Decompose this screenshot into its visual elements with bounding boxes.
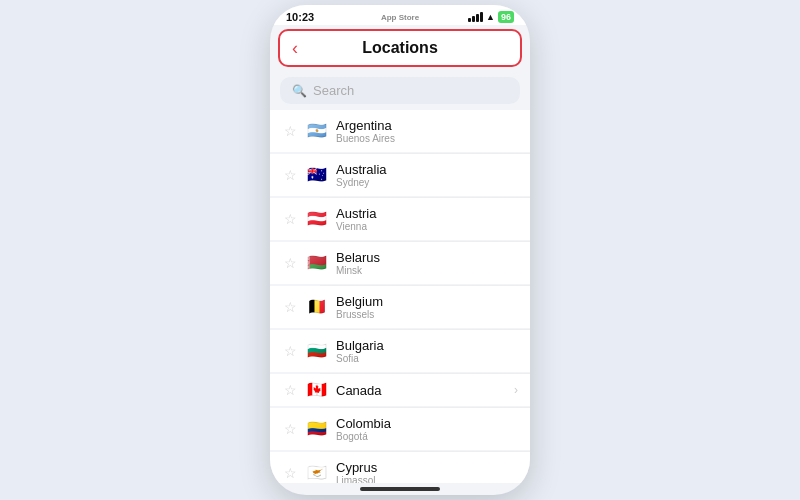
location-info-bulgaria: BulgariaSofia [336, 338, 518, 364]
location-item-austria[interactable]: ☆🇦🇹AustriaVienna [270, 198, 530, 240]
location-city-bulgaria: Sofia [336, 353, 518, 364]
back-button[interactable]: ‹ [292, 38, 298, 59]
flag-australia: 🇦🇺 [306, 168, 328, 183]
location-info-belarus: BelarusMinsk [336, 250, 518, 276]
flag-canada: 🇨🇦 [306, 383, 328, 398]
location-info-cyprus: CyprusLimassol [336, 460, 518, 483]
location-item-cyprus[interactable]: ☆🇨🇾CyprusLimassol [270, 452, 530, 483]
location-city-belarus: Minsk [336, 265, 518, 276]
wifi-icon: ▲ [486, 12, 495, 22]
star-icon-canada[interactable]: ☆ [282, 382, 298, 398]
location-info-canada: Canada [336, 383, 506, 398]
location-info-argentina: ArgentinaBuenos Aires [336, 118, 518, 144]
location-item-australia[interactable]: ☆🇦🇺AustraliaSydney [270, 154, 530, 196]
location-item-bulgaria[interactable]: ☆🇧🇬BulgariaSofia [270, 330, 530, 372]
star-icon-argentina[interactable]: ☆ [282, 123, 298, 139]
star-icon-austria[interactable]: ☆ [282, 211, 298, 227]
star-icon-belarus[interactable]: ☆ [282, 255, 298, 271]
search-icon: 🔍 [292, 84, 307, 98]
location-name-cyprus: Cyprus [336, 460, 518, 475]
location-city-argentina: Buenos Aires [336, 133, 518, 144]
status-bar: 10:23 App Store ▲ 96 [270, 5, 530, 25]
location-name-colombia: Colombia [336, 416, 518, 431]
location-name-bulgaria: Bulgaria [336, 338, 518, 353]
location-city-cyprus: Limassol [336, 475, 518, 483]
location-name-belarus: Belarus [336, 250, 518, 265]
star-icon-australia[interactable]: ☆ [282, 167, 298, 183]
location-name-belgium: Belgium [336, 294, 518, 309]
star-icon-belgium[interactable]: ☆ [282, 299, 298, 315]
location-info-austria: AustriaVienna [336, 206, 518, 232]
location-name-argentina: Argentina [336, 118, 518, 133]
flag-cyprus: 🇨🇾 [306, 466, 328, 481]
signal-icon [468, 12, 483, 22]
location-city-austria: Vienna [336, 221, 518, 232]
flag-colombia: 🇨🇴 [306, 422, 328, 437]
star-icon-colombia[interactable]: ☆ [282, 421, 298, 437]
location-item-argentina[interactable]: ☆🇦🇷ArgentinaBuenos Aires [270, 110, 530, 152]
location-city-belgium: Brussels [336, 309, 518, 320]
flag-austria: 🇦🇹 [306, 212, 328, 227]
location-info-colombia: ColombiaBogotá [336, 416, 518, 442]
location-name-austria: Austria [336, 206, 518, 221]
chevron-right-icon-canada: › [514, 383, 518, 397]
battery-badge: 96 [498, 11, 514, 23]
location-name-canada: Canada [336, 383, 506, 398]
star-icon-cyprus[interactable]: ☆ [282, 465, 298, 481]
location-city-colombia: Bogotá [336, 431, 518, 442]
flag-bulgaria: 🇧🇬 [306, 344, 328, 359]
search-bar[interactable]: 🔍 Search [280, 77, 520, 104]
status-time: 10:23 [286, 11, 314, 23]
star-icon-bulgaria[interactable]: ☆ [282, 343, 298, 359]
locations-list: ☆🇦🇷ArgentinaBuenos Aires☆🇦🇺AustraliaSydn… [270, 110, 530, 483]
location-info-australia: AustraliaSydney [336, 162, 518, 188]
search-placeholder: Search [313, 83, 354, 98]
location-item-colombia[interactable]: ☆🇨🇴ColombiaBogotá [270, 408, 530, 450]
location-city-australia: Sydney [336, 177, 518, 188]
location-info-belgium: BelgiumBrussels [336, 294, 518, 320]
home-indicator [360, 487, 440, 491]
phone-frame: 10:23 App Store ▲ 96 ‹ Locations 🔍 Searc… [270, 5, 530, 495]
page-title: Locations [362, 39, 438, 57]
status-icons: ▲ 96 [468, 11, 514, 23]
flag-belgium: 🇧🇪 [306, 300, 328, 315]
flag-belarus: 🇧🇾 [306, 256, 328, 271]
location-item-belgium[interactable]: ☆🇧🇪BelgiumBrussels [270, 286, 530, 328]
appstore-label: App Store [381, 13, 419, 22]
nav-header: ‹ Locations [278, 29, 522, 67]
flag-argentina: 🇦🇷 [306, 124, 328, 139]
location-name-australia: Australia [336, 162, 518, 177]
location-item-belarus[interactable]: ☆🇧🇾BelarusMinsk [270, 242, 530, 284]
location-item-canada[interactable]: ☆🇨🇦Canada› [270, 374, 530, 406]
